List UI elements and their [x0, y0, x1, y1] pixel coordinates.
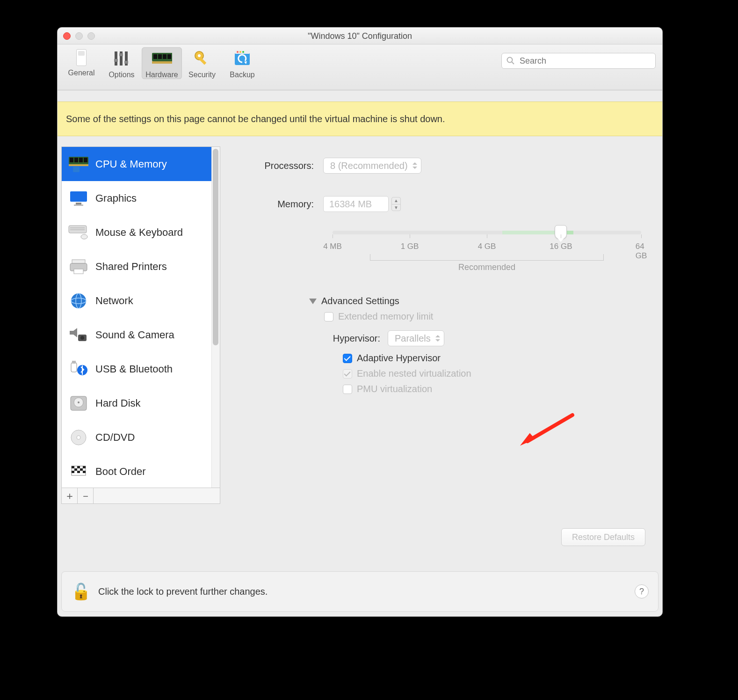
- slider-tick-labels: 4 MB 1 GB 4 GB 16 GB 64 GB: [333, 242, 641, 252]
- hardware-sidebar: CPU & Memory Graphics Mouse & Keyboard: [61, 146, 220, 529]
- checkbox-label: Enable nested virtualization: [357, 368, 471, 379]
- toolbar-label: Security: [182, 71, 222, 79]
- svg-rect-8: [158, 54, 162, 59]
- add-device-button[interactable]: ＋: [62, 488, 78, 503]
- sidebar-scrollbar[interactable]: [211, 147, 220, 488]
- scrollbar-thumb[interactable]: [213, 149, 218, 345]
- toolbar-backup[interactable]: Backup: [222, 47, 262, 79]
- svg-rect-4: [119, 53, 123, 56]
- memory-row: Memory: ▲ ▼: [244, 196, 644, 212]
- sidebar-item-network[interactable]: Network: [62, 284, 220, 318]
- sidebar-item-graphics[interactable]: Graphics: [62, 181, 220, 215]
- sidebar-item-label: Mouse & Keyboard: [95, 226, 183, 239]
- advanced-disclosure[interactable]: Advanced Settings: [309, 296, 644, 306]
- svg-rect-28: [73, 167, 80, 172]
- sidebar-item-label: Boot Order: [95, 466, 146, 478]
- sidebar-item-boot-order[interactable]: Boot Order: [62, 454, 220, 488]
- restore-defaults-button[interactable]: Restore Defaults: [561, 528, 645, 546]
- memory-slider[interactable]: 4 MB 1 GB 4 GB 16 GB 64 GB Recommended: [333, 221, 641, 272]
- tick-label: 16 GB: [550, 242, 572, 251]
- search-field[interactable]: [501, 53, 656, 69]
- toolbar-hardware[interactable]: Hardware: [142, 47, 182, 79]
- sidebar-item-usb-bluetooth[interactable]: USB & Bluetooth: [62, 352, 220, 386]
- stepper-up-icon[interactable]: ▲: [392, 197, 400, 204]
- cpu-memory-icon: [67, 155, 90, 174]
- sound-camera-icon: [67, 326, 90, 344]
- processors-value: 8 (Recommended): [330, 160, 408, 171]
- checkbox-icon: [324, 312, 333, 321]
- memory-stepper[interactable]: ▲ ▼: [391, 197, 401, 211]
- key-icon: [192, 49, 212, 68]
- ram-icon: [152, 49, 172, 68]
- svg-point-18: [239, 51, 241, 53]
- svg-point-49: [78, 401, 80, 403]
- toolbar-options[interactable]: Options: [101, 47, 142, 79]
- lock-hint-text: Click the lock to prevent further change…: [98, 586, 268, 597]
- svg-line-21: [512, 62, 514, 64]
- help-button[interactable]: ?: [635, 584, 649, 598]
- checkbox-label: Adaptive Hypervisor: [357, 353, 441, 364]
- memory-input[interactable]: [323, 196, 389, 212]
- sidebar-item-mouse-keyboard[interactable]: Mouse & Keyboard: [62, 215, 220, 249]
- svg-point-17: [237, 51, 239, 53]
- svg-rect-11: [152, 61, 172, 64]
- warning-banner: Some of the settings on this page cannot…: [58, 102, 662, 136]
- chevron-updown-icon: [435, 335, 440, 342]
- hypervisor-select[interactable]: Parallels: [388, 330, 444, 346]
- hypervisor-label: Hypervisor:: [309, 333, 388, 344]
- toolbar-security[interactable]: Security: [182, 47, 222, 79]
- svg-rect-0: [115, 51, 117, 66]
- svg-point-35: [81, 234, 87, 239]
- sidebar-item-cd-dvd[interactable]: CD/DVD: [62, 420, 220, 454]
- recommended-label: Recommended: [333, 262, 641, 272]
- minimize-window-button[interactable]: [75, 32, 83, 40]
- slider-track[interactable]: [333, 231, 641, 234]
- keyboard-mouse-icon: [67, 223, 90, 242]
- svg-rect-5: [124, 61, 128, 64]
- svg-rect-55: [83, 466, 86, 468]
- svg-rect-9: [163, 54, 166, 59]
- sidebar-add-remove: ＋ －: [61, 488, 220, 504]
- sliders-icon: [111, 49, 132, 68]
- sidebar-item-shared-printers[interactable]: Shared Printers: [62, 249, 220, 284]
- hypervisor-row: Hypervisor: Parallels: [309, 330, 644, 346]
- unlocked-padlock-icon[interactable]: 🔓: [71, 582, 91, 601]
- svg-rect-36: [72, 260, 85, 263]
- svg-rect-44: [71, 363, 77, 372]
- sidebar-item-label: Sound & Camera: [95, 329, 174, 341]
- sidebar-item-label: Shared Printers: [95, 261, 167, 273]
- close-window-button[interactable]: [63, 32, 71, 40]
- checkbox-label: PMU virtualization: [357, 384, 432, 394]
- adaptive-hypervisor-checkbox[interactable]: Adaptive Hypervisor: [343, 353, 644, 364]
- svg-point-13: [198, 54, 201, 57]
- monitor-icon: [67, 189, 90, 208]
- zoom-window-button[interactable]: [87, 32, 95, 40]
- sidebar-item-label: USB & Bluetooth: [95, 363, 173, 375]
- usb-bluetooth-icon: [67, 360, 90, 379]
- svg-rect-45: [72, 361, 76, 364]
- toolbar-label: Hardware: [142, 71, 182, 79]
- disc-icon: [67, 428, 90, 447]
- sidebar-item-sound-camera[interactable]: Sound & Camera: [62, 318, 220, 352]
- tick-label: 1 GB: [401, 242, 419, 251]
- window-title: "Windows 10" Configuration: [308, 31, 412, 41]
- toolbar-label: Backup: [222, 71, 262, 79]
- stepper-down-icon[interactable]: ▼: [392, 204, 400, 211]
- toolbar: General Options Hardware Security Backup: [58, 44, 662, 90]
- extended-memory-limit-checkbox[interactable]: Extended memory limit: [324, 311, 644, 322]
- toolbar-label: Options: [101, 71, 142, 79]
- pmu-virtualization-checkbox[interactable]: PMU virtualization: [343, 384, 644, 394]
- processors-select[interactable]: 8 (Recommended): [323, 158, 421, 174]
- nested-virtualization-checkbox[interactable]: Enable nested virtualization: [343, 368, 644, 379]
- remove-device-button[interactable]: －: [78, 488, 94, 503]
- warning-text: Some of the settings on this page cannot…: [66, 114, 445, 124]
- toolbar-general[interactable]: General: [61, 47, 101, 77]
- sidebar-list: CPU & Memory Graphics Mouse & Keyboard: [61, 146, 220, 488]
- svg-rect-30: [76, 203, 81, 204]
- sidebar-item-hard-disk[interactable]: Hard Disk: [62, 386, 220, 420]
- chevron-updown-icon: [412, 162, 417, 169]
- svg-rect-32: [69, 226, 87, 233]
- flag-icon: [67, 462, 90, 481]
- sidebar-item-cpu-memory[interactable]: CPU & Memory: [62, 147, 220, 181]
- search-input[interactable]: [519, 56, 651, 66]
